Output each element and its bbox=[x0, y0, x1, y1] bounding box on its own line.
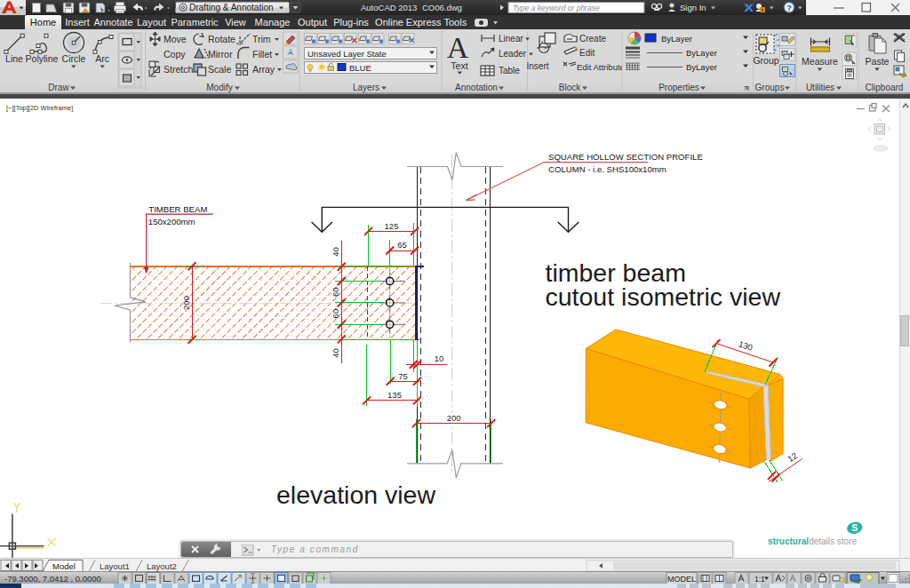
svg-text:75: 75 bbox=[398, 371, 408, 381]
svg-text:Sign In: Sign In bbox=[680, 3, 706, 12]
svg-text:Fillet: Fillet bbox=[252, 49, 272, 60]
svg-text:S: S bbox=[851, 522, 858, 533]
svg-text:200: 200 bbox=[181, 296, 191, 310]
svg-text:60: 60 bbox=[331, 309, 340, 319]
svg-text:125: 125 bbox=[385, 221, 399, 231]
svg-text:Table: Table bbox=[499, 66, 520, 75]
svg-text:1:1: 1:1 bbox=[754, 575, 765, 584]
svg-text:Unsaved Layer State: Unsaved Layer State bbox=[307, 49, 387, 59]
svg-text:Measure: Measure bbox=[802, 56, 838, 67]
svg-text:Stretch: Stretch bbox=[164, 64, 193, 75]
svg-text:Layout2: Layout2 bbox=[147, 561, 177, 571]
svg-text:BLUE: BLUE bbox=[349, 63, 371, 73]
svg-text:A: A bbox=[447, 31, 469, 64]
svg-text:130: 130 bbox=[738, 338, 754, 352]
svg-text:Array: Array bbox=[252, 64, 275, 75]
svg-text:Layout1: Layout1 bbox=[100, 561, 130, 571]
svg-text:Drafting & Annotation: Drafting & Annotation bbox=[189, 3, 274, 12]
svg-text:Modify: Modify bbox=[206, 83, 232, 92]
svg-text:Trim: Trim bbox=[252, 34, 271, 44]
svg-text:Move: Move bbox=[164, 34, 187, 44]
svg-text:Scale: Scale bbox=[208, 64, 231, 75]
svg-text:ByLayer: ByLayer bbox=[686, 62, 717, 72]
svg-text:TIMBER BEAM: TIMBER BEAM bbox=[148, 204, 207, 214]
svg-text:65: 65 bbox=[397, 240, 407, 250]
svg-text:60: 60 bbox=[331, 287, 340, 297]
svg-text:200: 200 bbox=[447, 413, 461, 423]
svg-text:Model: Model bbox=[52, 561, 76, 571]
svg-text:Edit Attributes: Edit Attributes bbox=[577, 62, 622, 72]
svg-text:Leader: Leader bbox=[499, 49, 527, 59]
svg-text:Mirror: Mirror bbox=[208, 49, 233, 60]
svg-text:-79.3000, 7.0412 , 0.0000: -79.3000, 7.0412 , 0.0000 bbox=[4, 574, 101, 584]
svg-text:Arc: Arc bbox=[95, 53, 109, 64]
svg-text:AutoCAD 2013: AutoCAD 2013 bbox=[361, 3, 417, 12]
svg-text:MODEL: MODEL bbox=[667, 575, 696, 584]
svg-text:150x200mm: 150x200mm bbox=[148, 217, 196, 226]
svg-text:Circle: Circle bbox=[62, 53, 86, 64]
svg-text:Copy: Copy bbox=[164, 49, 186, 60]
svg-text:[−][Top][2D Wireframe]: [−][Top][2D Wireframe] bbox=[6, 104, 73, 112]
svg-text:Draw: Draw bbox=[48, 83, 69, 92]
svg-text:Insert: Insert bbox=[526, 61, 548, 71]
svg-text:COLUMN - i.e. SHS100x10mm: COLUMN - i.e. SHS100x10mm bbox=[548, 164, 667, 174]
svg-text:SQUARE HOLLOW SECTION PROFILE: SQUARE HOLLOW SECTION PROFILE bbox=[548, 152, 703, 162]
svg-text:Paste: Paste bbox=[866, 56, 890, 67]
svg-text:40: 40 bbox=[331, 348, 340, 358]
svg-text:Line: Line bbox=[5, 53, 23, 64]
svg-text:Group: Group bbox=[753, 55, 778, 66]
svg-text:12: 12 bbox=[786, 450, 799, 464]
svg-text:Edit: Edit bbox=[579, 48, 595, 58]
svg-text:Rotate: Rotate bbox=[208, 34, 235, 44]
svg-text:40: 40 bbox=[331, 247, 340, 257]
svg-text:Linear: Linear bbox=[499, 34, 523, 44]
svg-text:elevation view: elevation view bbox=[276, 481, 435, 509]
svg-text:Text: Text bbox=[451, 60, 467, 71]
svg-text:cutout isometric view: cutout isometric view bbox=[546, 282, 781, 311]
svg-text:ByLayer: ByLayer bbox=[686, 48, 717, 58]
svg-text:10: 10 bbox=[435, 354, 444, 363]
svg-text:structuraldetails store: structuraldetails store bbox=[768, 536, 857, 546]
svg-text:?: ? bbox=[786, 4, 792, 12]
svg-text:Type a keyword or phrase: Type a keyword or phrase bbox=[513, 4, 600, 12]
svg-text:CO06.dwg: CO06.dwg bbox=[422, 3, 462, 12]
svg-text:Create: Create bbox=[579, 34, 606, 44]
svg-text:135: 135 bbox=[387, 390, 402, 400]
svg-text:ByLayer: ByLayer bbox=[661, 34, 692, 44]
svg-text:Polyline: Polyline bbox=[26, 53, 59, 64]
